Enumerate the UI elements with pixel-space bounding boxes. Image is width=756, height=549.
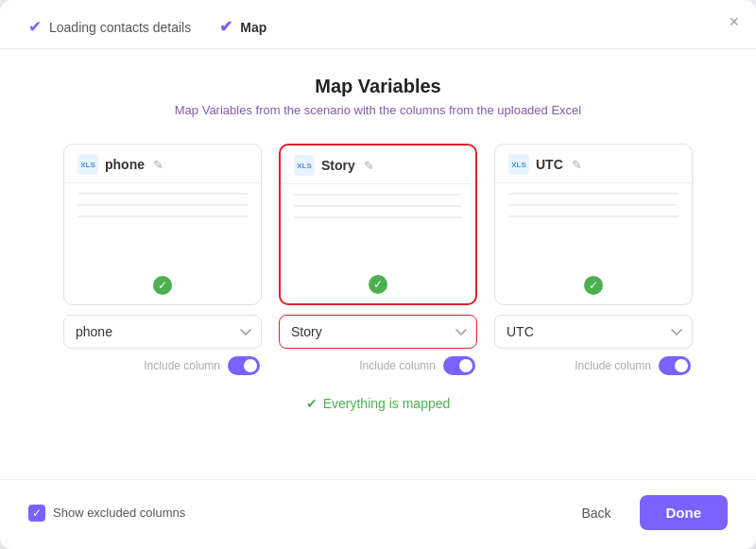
include-label-utc: Include column — [575, 359, 651, 372]
include-label-story: Include column — [359, 359, 436, 372]
include-label-phone: Include column — [144, 359, 220, 372]
col-card-phone-content — [64, 183, 261, 270]
col-line-s3 — [294, 216, 462, 218]
check-icon-loading: ✔ — [28, 17, 42, 37]
toggle-story[interactable] — [443, 356, 475, 375]
modal-footer: ✓ Show excluded columns Back Done — [0, 479, 756, 549]
col-line-3 — [77, 215, 248, 217]
check-circle-phone: ✓ — [153, 276, 172, 295]
col-line-s1 — [294, 194, 462, 196]
include-wrap-utc: Include column — [494, 356, 693, 375]
col-card-utc-footer: ✓ — [495, 270, 692, 304]
dropdown-story[interactable]: Story — [279, 315, 477, 349]
check-circle-story: ✓ — [369, 275, 387, 294]
done-button[interactable]: Done — [640, 495, 729, 530]
include-wrap-phone: Include column — [63, 356, 262, 375]
check-icon-map: ✔ — [219, 17, 232, 37]
everything-mapped-banner: ✔ Everything is mapped — [38, 396, 718, 411]
col-line-u1 — [508, 193, 679, 195]
modal-body: Map Variables Map Variables from the sce… — [0, 49, 756, 479]
xls-icon-phone: XLS — [77, 154, 98, 175]
columns-row: XLS phone ✎ ✓ XLS Story ✎ — [38, 144, 718, 305]
xls-icon-utc: XLS — [508, 154, 529, 175]
dropdown-wrap-utc: UTC — [494, 315, 693, 349]
dropdown-utc[interactable]: UTC — [494, 315, 693, 349]
modal-container: × ✔ Loading contacts details ✔ Map Map V… — [0, 0, 756, 549]
col-card-utc-title: UTC — [536, 157, 563, 172]
xls-icon-story: XLS — [294, 155, 315, 176]
modal-header: ✔ Loading contacts details ✔ Map — [0, 0, 756, 49]
back-button[interactable]: Back — [564, 498, 627, 528]
col-card-story: XLS Story ✎ ✓ — [279, 144, 477, 305]
close-button[interactable]: × — [729, 13, 739, 30]
everything-mapped-check: ✔ — [306, 396, 318, 411]
col-card-phone-header: XLS phone ✎ — [64, 145, 261, 183]
col-card-story-content — [281, 184, 475, 269]
dropdowns-row: phone Story UTC — [38, 315, 718, 349]
col-card-phone-title: phone — [105, 157, 145, 172]
col-card-story-header: XLS Story ✎ — [281, 146, 475, 184]
page-subtitle: Map Variables from the scenario with the… — [38, 103, 718, 117]
include-wrap-story: Include column — [279, 356, 477, 375]
col-card-utc: XLS UTC ✎ ✓ — [494, 144, 693, 305]
step-map: ✔ Map — [219, 17, 266, 37]
toggle-phone[interactable] — [228, 356, 260, 375]
col-line-s2 — [294, 205, 462, 207]
col-card-phone: XLS phone ✎ ✓ — [63, 144, 262, 305]
page-title: Map Variables — [38, 76, 718, 97]
step-map-label: Map — [240, 20, 266, 35]
col-line-2 — [77, 204, 248, 206]
col-line-u2 — [508, 204, 679, 206]
include-row: Include column Include column Include co… — [38, 356, 718, 375]
dropdown-wrap-phone: phone — [63, 315, 262, 349]
step-loading: ✔ Loading contacts details — [28, 17, 191, 37]
edit-icon-story[interactable]: ✎ — [364, 159, 374, 173]
col-line-u3 — [508, 215, 679, 217]
col-line-1 — [77, 193, 248, 195]
col-card-utc-header: XLS UTC ✎ — [495, 145, 692, 183]
dropdown-wrap-story: Story — [279, 315, 477, 349]
dropdown-phone[interactable]: phone — [63, 315, 262, 349]
edit-icon-phone[interactable]: ✎ — [153, 158, 163, 172]
show-excluded-label: Show excluded columns — [53, 506, 185, 520]
edit-icon-utc[interactable]: ✎ — [572, 158, 582, 172]
check-circle-utc: ✓ — [584, 276, 603, 295]
col-card-utc-content — [495, 183, 692, 270]
footer-buttons: Back Done — [564, 495, 728, 530]
show-excluded-checkbox[interactable]: ✓ — [28, 505, 45, 522]
col-card-story-footer: ✓ — [281, 269, 475, 303]
col-card-phone-footer: ✓ — [64, 270, 261, 304]
step-loading-label: Loading contacts details — [49, 20, 191, 35]
show-excluded-row[interactable]: ✓ Show excluded columns — [28, 505, 185, 522]
toggle-utc[interactable] — [659, 356, 691, 375]
everything-mapped-label: Everything is mapped — [323, 396, 451, 411]
col-card-story-title: Story — [321, 158, 355, 173]
